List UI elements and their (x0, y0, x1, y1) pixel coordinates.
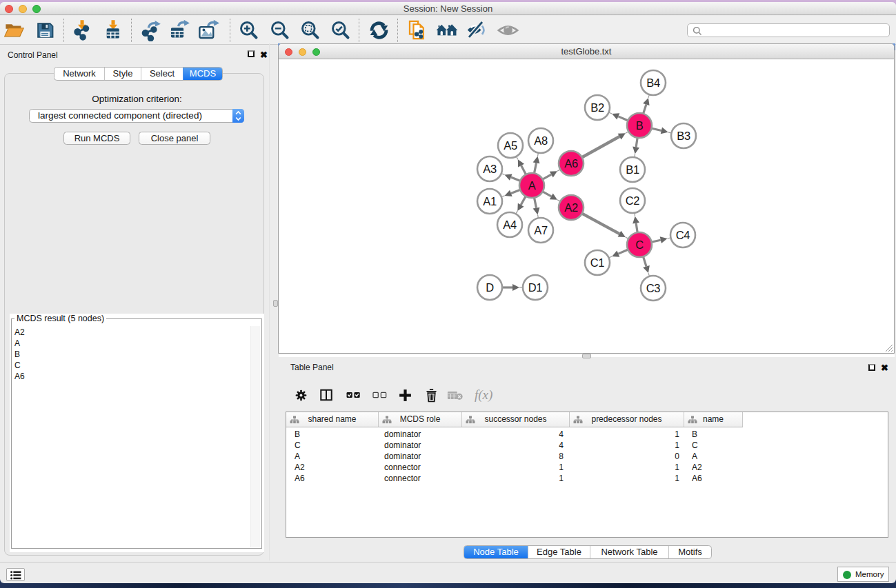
svg-text:A4: A4 (503, 219, 517, 231)
svg-text:B2: B2 (590, 101, 604, 114)
svg-text:A3: A3 (483, 163, 497, 175)
svg-text:A8: A8 (534, 134, 548, 147)
svg-text:B4: B4 (646, 77, 660, 89)
svg-text:C3: C3 (646, 282, 661, 294)
svg-text:A6: A6 (564, 157, 578, 170)
svg-text:A: A (528, 179, 536, 192)
svg-text:A2: A2 (564, 201, 578, 214)
svg-text:C2: C2 (626, 194, 640, 207)
svg-text:C1: C1 (590, 256, 605, 269)
svg-text:D: D (486, 281, 494, 294)
svg-text:A1: A1 (483, 195, 497, 207)
svg-text:C4: C4 (676, 229, 690, 241)
svg-text:B: B (636, 119, 644, 132)
svg-text:B1: B1 (626, 163, 639, 176)
svg-text:A5: A5 (504, 139, 517, 152)
svg-text:D1: D1 (528, 281, 543, 294)
svg-text:C: C (635, 239, 644, 251)
svg-text:B3: B3 (677, 130, 690, 142)
svg-text:A7: A7 (534, 224, 548, 236)
